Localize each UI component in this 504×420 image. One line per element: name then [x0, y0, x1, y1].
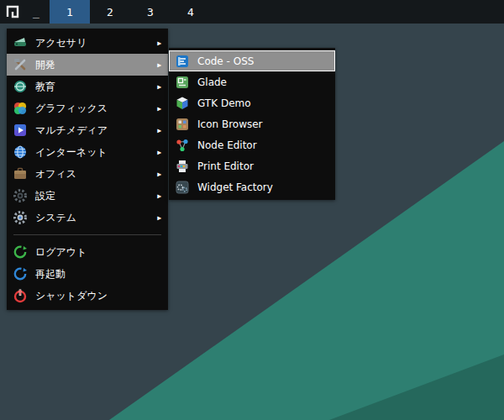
menu-item-label: ログアウト: [35, 245, 163, 260]
workspace-tag-3[interactable]: 3: [130, 0, 171, 24]
menu-item-label: オフィス: [35, 167, 157, 181]
submenu-item-label: Icon Browser: [197, 118, 330, 130]
menu-item-system[interactable]: システム ▶: [7, 207, 168, 228]
menu-item-internet[interactable]: インターネット ▶: [7, 141, 168, 163]
submenu-item-node-editor[interactable]: Node Editor: [169, 134, 335, 155]
submenu-item-icon-browser[interactable]: Icon Browser: [169, 113, 335, 134]
menu-item-logout[interactable]: ログアウト: [7, 241, 168, 263]
development-icon: [12, 56, 29, 73]
office-icon: [12, 165, 29, 182]
menu-item-multimedia[interactable]: マルチメディア ▶: [7, 119, 168, 141]
submenu-item-label: Code - OSS: [197, 55, 330, 67]
submenu-arrow-icon: ▶: [157, 149, 161, 156]
submenu-arrow-icon: ▶: [157, 214, 161, 222]
menu-item-development[interactable]: 開発 ▶: [7, 54, 168, 76]
submenu-arrow-icon: ▶: [157, 83, 161, 91]
workspace-tag-1[interactable]: 1: [50, 0, 90, 24]
print-editor-icon: [174, 158, 191, 175]
widget-factory-icon: [174, 179, 191, 196]
menu-item-label: 教育: [35, 80, 157, 94]
glade-icon: [174, 74, 191, 91]
menu-item-label: アクセサリ: [35, 36, 157, 50]
submenu-item-gtk-demo[interactable]: GTK Demo: [169, 92, 335, 113]
menu-item-label: インターネット: [35, 145, 157, 160]
education-icon: [12, 78, 29, 95]
application-menu: アクセサリ ▶ 開発 ▶ 教育 ▶: [7, 29, 168, 310]
menu-item-label: 再起動: [35, 267, 163, 281]
menu-item-settings[interactable]: 設定 ▶: [7, 185, 168, 207]
node-editor-icon: [174, 137, 191, 154]
menu-item-label: グラフィックス: [35, 102, 157, 116]
accessories-icon: [12, 34, 29, 51]
submenu-arrow-icon: ▶: [157, 61, 161, 69]
menu-item-graphics[interactable]: グラフィックス ▶: [7, 97, 168, 119]
icon-browser-icon: [174, 116, 191, 133]
submenu-item-code-oss[interactable]: Code - OSS: [169, 50, 335, 71]
development-submenu: Code - OSS Glade GTK Demo: [169, 48, 335, 200]
menu-item-shutdown[interactable]: シャットダウン: [7, 285, 168, 307]
menu-item-label: システム: [35, 211, 157, 225]
multimedia-icon: [12, 122, 29, 139]
submenu-item-label: Widget Factory: [197, 181, 330, 193]
desktop: _ 1 2 3 4 アクセサリ ▶: [0, 0, 504, 420]
workspace-tag-2[interactable]: 2: [90, 0, 130, 24]
submenu-item-label: Glade: [197, 76, 330, 88]
submenu-arrow-icon: ▶: [157, 192, 161, 200]
menu-item-label: マルチメディア: [35, 123, 157, 138]
menu-item-label: 開発: [35, 58, 157, 72]
menu-item-label: シャットダウン: [35, 289, 163, 303]
submenu-arrow-icon: ▶: [157, 171, 161, 178]
top-bar: _ 1 2 3 4: [0, 0, 504, 24]
submenu-arrow-icon: ▶: [157, 127, 161, 134]
submenu-item-glade[interactable]: Glade: [169, 71, 335, 92]
awesome-wm-logo-icon[interactable]: [0, 0, 25, 24]
submenu-item-label: Print Editor: [197, 160, 330, 172]
gtk-demo-icon: [174, 95, 191, 112]
menu-item-restart[interactable]: 再起動: [7, 263, 168, 285]
graphics-icon: [12, 100, 29, 117]
shutdown-icon: [12, 287, 29, 304]
logout-icon: [12, 244, 29, 260]
internet-icon: [12, 144, 29, 160]
settings-icon: [12, 187, 29, 204]
submenu-arrow-icon: ▶: [157, 105, 161, 113]
restart-icon: [12, 265, 29, 282]
menu-item-office[interactable]: オフィス ▶: [7, 163, 168, 185]
submenu-item-label: Node Editor: [197, 139, 330, 151]
menu-item-label: 設定: [35, 189, 157, 203]
submenu-item-label: GTK Demo: [197, 97, 330, 109]
code-oss-icon: [174, 53, 191, 70]
submenu-arrow-icon: ▶: [157, 39, 161, 47]
submenu-item-widget-factory[interactable]: Widget Factory: [169, 176, 335, 197]
taglist: 1 2 3 4: [50, 0, 211, 24]
menu-item-education[interactable]: 教育 ▶: [7, 76, 168, 97]
menu-separator: [13, 234, 161, 235]
layout-indicator[interactable]: _: [29, 0, 43, 24]
workspace-tag-4[interactable]: 4: [171, 0, 211, 24]
menu-item-accessories[interactable]: アクセサリ ▶: [7, 32, 168, 54]
submenu-item-print-editor[interactable]: Print Editor: [169, 155, 335, 176]
system-icon: [12, 209, 29, 226]
